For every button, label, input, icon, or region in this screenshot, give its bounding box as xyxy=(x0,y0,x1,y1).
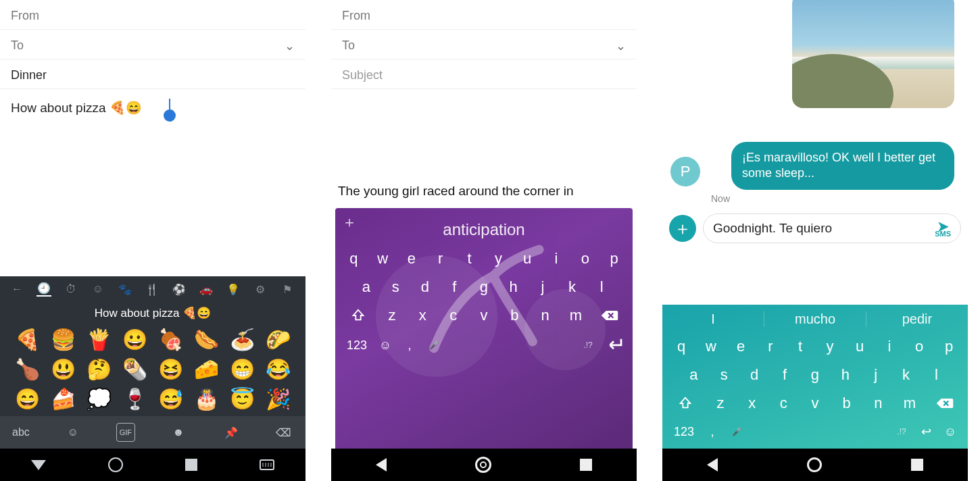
key-e[interactable]: e xyxy=(729,338,753,355)
key-g[interactable]: g xyxy=(472,278,496,296)
to-field[interactable]: To ⌄ xyxy=(331,30,637,59)
nav-back-icon[interactable] xyxy=(31,460,46,470)
gif-icon[interactable]: GIF xyxy=(116,423,135,442)
from-field[interactable]: From xyxy=(0,0,305,30)
enter-key[interactable]: ↩ xyxy=(914,424,938,439)
key-j[interactable]: j xyxy=(531,278,555,296)
enter-key[interactable] xyxy=(600,336,627,355)
nav-recents-icon[interactable] xyxy=(911,459,923,471)
mic-icon[interactable]: 🎤 xyxy=(422,340,446,350)
emoji-cell[interactable]: 🧀 xyxy=(189,359,224,380)
key-i[interactable]: i xyxy=(544,250,568,268)
emoji-cell[interactable]: 🤔 xyxy=(81,359,117,380)
emoji-cell[interactable]: 🍰 xyxy=(45,389,81,409)
emoji-cell[interactable]: 🍟 xyxy=(81,330,117,350)
emoji-cell[interactable]: 😂 xyxy=(260,359,296,380)
key-n[interactable]: n xyxy=(533,307,558,324)
key-z[interactable]: z xyxy=(708,395,733,412)
punctuation-key[interactable]: .!? xyxy=(576,340,600,350)
comma-key[interactable]: , xyxy=(397,338,422,353)
emoji-cell[interactable]: 🎂 xyxy=(189,389,224,409)
emoji-cell[interactable]: 🍝 xyxy=(224,330,260,350)
key-h[interactable]: h xyxy=(833,366,858,384)
key-h[interactable]: h xyxy=(501,278,526,296)
key-m[interactable]: m xyxy=(564,307,588,324)
emoji-cell[interactable]: 🍔 xyxy=(45,330,81,350)
sticker-icon[interactable]: ☻ xyxy=(169,423,188,442)
key-b[interactable]: b xyxy=(502,307,526,324)
key-l[interactable]: l xyxy=(589,278,614,296)
emoji-cell[interactable]: 😅 xyxy=(153,389,189,409)
nav-home-icon[interactable] xyxy=(108,457,123,472)
emoji-key-icon[interactable]: ☺ xyxy=(938,425,962,439)
chevron-down-icon[interactable]: ⌄ xyxy=(285,39,295,53)
nav-recents-icon[interactable] xyxy=(185,459,197,471)
key-d[interactable]: d xyxy=(413,278,437,296)
key-a[interactable]: a xyxy=(681,366,706,384)
text-cursor-handle[interactable] xyxy=(164,109,176,122)
mic-icon[interactable]: 🎤 xyxy=(725,427,749,436)
key-k[interactable]: k xyxy=(560,278,585,296)
subject-field[interactable]: Dinner xyxy=(0,59,305,89)
clock-icon[interactable]: ⏱ xyxy=(64,282,78,297)
emoji-cell[interactable]: 😇 xyxy=(224,389,260,409)
key-o[interactable]: o xyxy=(907,338,931,355)
key-u[interactable]: u xyxy=(848,338,872,355)
key-r[interactable]: r xyxy=(428,250,453,268)
emoji-cell[interactable]: 😀 xyxy=(117,330,153,350)
emoji-cell[interactable]: 😆 xyxy=(153,359,189,380)
key-p[interactable]: p xyxy=(602,250,627,268)
key-x[interactable]: x xyxy=(740,395,764,412)
emoji-cell[interactable]: 🌯 xyxy=(117,359,153,380)
nav-home-icon[interactable] xyxy=(807,457,822,472)
emoji-cell[interactable]: 🍕 xyxy=(9,330,45,350)
key-s[interactable]: s xyxy=(712,366,736,384)
shift-key[interactable] xyxy=(343,307,374,324)
key-y[interactable]: y xyxy=(486,250,510,268)
emoji-cell[interactable]: 💭 xyxy=(81,389,117,409)
key-f[interactable]: f xyxy=(442,278,466,296)
email-body[interactable]: The young girl raced around the corner i… xyxy=(331,174,637,204)
key-y[interactable]: y xyxy=(818,338,842,355)
objects-category-icon[interactable]: 💡 xyxy=(226,282,241,297)
chat-image-attachment[interactable] xyxy=(792,0,954,108)
emoji-cell[interactable]: 🌭 xyxy=(189,330,224,350)
backspace-icon[interactable]: ⌫ xyxy=(274,423,293,442)
prediction-2[interactable]: mucho xyxy=(764,311,866,327)
key-c[interactable]: c xyxy=(771,395,795,412)
prediction-3[interactable]: pedir xyxy=(866,311,968,327)
smiley-category-icon[interactable]: ☺ xyxy=(91,282,105,297)
prediction-1[interactable]: I xyxy=(662,311,764,327)
emoji-cell[interactable]: 🍗 xyxy=(9,359,45,380)
key-p[interactable]: p xyxy=(937,338,961,355)
key-w[interactable]: w xyxy=(699,338,723,355)
pin-icon[interactable]: 📌 xyxy=(222,423,241,442)
prediction-word[interactable]: anticipation xyxy=(335,220,633,245)
emoji-cell[interactable]: 🍖 xyxy=(153,330,189,350)
outgoing-message-bubble[interactable]: ¡Es maravilloso! OK well I better get so… xyxy=(731,142,954,190)
nav-back-icon[interactable] xyxy=(707,458,718,472)
comma-key[interactable]: , xyxy=(700,425,725,439)
key-g[interactable]: g xyxy=(803,366,827,384)
emoji-cell[interactable]: 😄 xyxy=(9,389,45,409)
key-c[interactable]: c xyxy=(441,307,466,324)
nav-keyboard-icon[interactable] xyxy=(260,459,274,470)
emoji-cell[interactable]: 🎉 xyxy=(260,389,296,409)
emoji-mode-icon[interactable]: ☺ xyxy=(64,423,82,442)
key-x[interactable]: x xyxy=(410,307,435,324)
key-t[interactable]: t xyxy=(788,338,812,355)
key-i[interactable]: i xyxy=(877,338,902,355)
attach-button[interactable]: ＋ xyxy=(669,215,696,242)
key-v[interactable]: v xyxy=(803,395,827,412)
numeric-key[interactable]: 123 xyxy=(668,425,700,439)
animal-category-icon[interactable]: 🐾 xyxy=(118,282,132,297)
subject-field[interactable]: Subject xyxy=(331,59,637,89)
emoji-key-icon[interactable]: ☺ xyxy=(373,338,397,353)
flags-category-icon[interactable]: ⚑ xyxy=(280,282,295,297)
key-l[interactable]: l xyxy=(924,366,948,384)
key-r[interactable]: r xyxy=(758,338,783,355)
key-n[interactable]: n xyxy=(866,395,890,412)
from-field[interactable]: From xyxy=(331,0,637,30)
symbols-category-icon[interactable]: ⚙ xyxy=(253,282,268,297)
key-o[interactable]: o xyxy=(573,250,597,268)
